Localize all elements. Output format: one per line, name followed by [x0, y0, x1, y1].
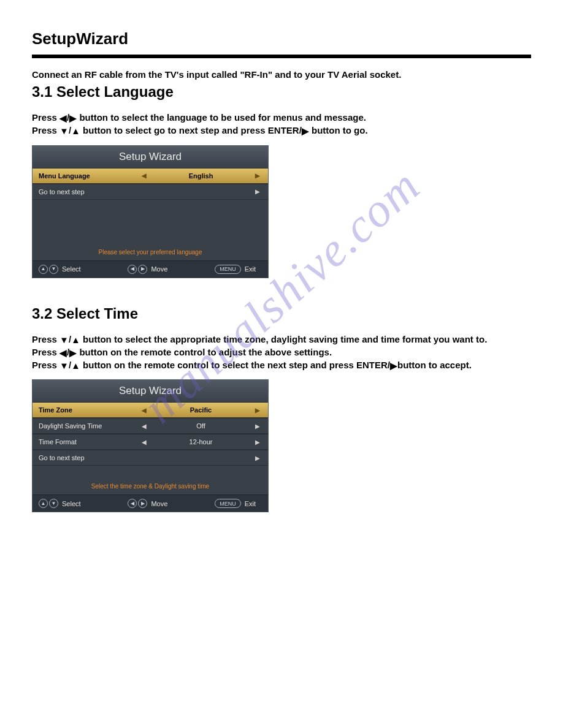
down-icon: ▼ [59, 125, 69, 137]
wizard-body: Time Zone ◀ Pacific ▶ Daylight Saving Ti… [33, 402, 268, 495]
instr-text: button to accept. [397, 360, 472, 370]
intro-text: Connect an RF cable from the TV's input … [32, 69, 531, 80]
footer-move-group: ◀ ▶ Move [128, 265, 174, 274]
footer-label: Move [151, 265, 167, 273]
wizard-body: Menu Language ◀ English ▶ Go to next ste… [33, 168, 268, 260]
title-divider [32, 55, 531, 58]
instr-text: button on the remote control to adjust t… [77, 347, 332, 357]
instr-text: Press [32, 360, 59, 370]
up-circle-icon[interactable]: ▲ [39, 265, 48, 274]
arrow-right-icon[interactable]: ▶ [253, 439, 262, 446]
arrow-left-icon[interactable]: ◀ [140, 439, 148, 446]
row-value: Pacific [148, 406, 253, 414]
row-label: Go to next step [39, 188, 140, 195]
left-icon: ◀ [59, 112, 67, 124]
wizard-row-timeformat[interactable]: Time Format ◀ 12-hour ▶ [33, 434, 268, 450]
right-icon: ▶ [390, 360, 397, 372]
row-label: Daylight Saving Time [39, 422, 140, 430]
spacer [33, 466, 268, 482]
footer-label: Select [62, 265, 81, 273]
up-icon: ▲ [71, 360, 80, 372]
footer-exit-group: MENU Exit [215, 265, 262, 274]
wizard-row-menu-language[interactable]: Menu Language ◀ English ▶ [33, 168, 268, 184]
right-icon: ▶ [69, 347, 77, 359]
wizard-footer: ▲ ▼ Select ◀ ▶ Move MENU Exit [33, 260, 268, 278]
footer-select-group: ▲ ▼ Select [39, 499, 87, 508]
instr-text: Press [32, 112, 59, 123]
row-value: Off [148, 422, 253, 430]
left-circle-icon[interactable]: ◀ [128, 499, 137, 508]
wizard-row-timezone[interactable]: Time Zone ◀ Pacific ▶ [33, 402, 268, 418]
arrow-left-icon[interactable]: ◀ [140, 172, 148, 179]
footer-label: Exit [245, 265, 256, 273]
arrow-left-icon[interactable]: ◀ [140, 407, 148, 414]
down-icon: ▼ [59, 360, 69, 372]
instr-text: Press [32, 334, 59, 344]
footer-label: Move [151, 500, 167, 507]
row-label: Time Zone [39, 406, 140, 414]
up-circle-icon[interactable]: ▲ [39, 499, 48, 508]
wizard-title: Setup Wizard [33, 146, 268, 168]
footer-label: Select [62, 500, 81, 507]
wizard-row-next-step[interactable]: Go to next step ▶ [33, 184, 268, 200]
row-value: 12-hour [148, 438, 253, 446]
instr-text: Press [32, 347, 59, 357]
instr-text: button to select the language to be used… [77, 112, 366, 123]
row-label: Time Format [39, 438, 140, 446]
row-label: Go to next step [39, 454, 140, 461]
menu-button[interactable]: MENU [215, 265, 241, 274]
footer-exit-group: MENU Exit [215, 499, 262, 508]
spacer [33, 200, 268, 248]
instr-text: button to select the appropriate time zo… [80, 334, 487, 344]
instr-text: button to select go to next step and pre… [80, 125, 302, 135]
row-value: English [148, 172, 253, 180]
instr-text: button to go. [309, 125, 368, 135]
down-circle-icon[interactable]: ▼ [49, 265, 58, 274]
wizard-hint: Please select your preferred language [33, 248, 268, 260]
wizard-title: Setup Wizard [33, 380, 268, 402]
right-circle-icon[interactable]: ▶ [138, 265, 147, 274]
wizard-panel-time: Setup Wizard Time Zone ◀ Pacific ▶ Dayli… [32, 379, 269, 512]
wizard-footer: ▲ ▼ Select ◀ ▶ Move MENU Exit [33, 495, 268, 512]
arrow-right-icon[interactable]: ▶ [253, 407, 262, 414]
left-circle-icon[interactable]: ◀ [128, 265, 137, 274]
footer-label: Exit [245, 500, 256, 507]
arrow-right-icon[interactable]: ▶ [253, 172, 262, 179]
instructions-language: Press ◀/▶ button to select the language … [32, 112, 531, 138]
section-heading-time: 3.2 Select Time [32, 305, 531, 322]
down-circle-icon[interactable]: ▼ [49, 499, 58, 508]
right-icon: ▶ [69, 112, 77, 124]
arrow-right-icon[interactable]: ▶ [253, 423, 262, 430]
instr-text: Press [32, 125, 59, 135]
instructions-time: Press ▼/▲ button to select the appropria… [32, 333, 531, 373]
wizard-panel-language: Setup Wizard Menu Language ◀ English ▶ G… [32, 145, 269, 278]
down-icon: ▼ [59, 334, 69, 346]
left-icon: ◀ [59, 347, 67, 359]
right-icon: ▶ [302, 125, 309, 137]
wizard-row-dst[interactable]: Daylight Saving Time ◀ Off ▶ [33, 418, 268, 434]
wizard-row-next-step[interactable]: Go to next step ▶ [33, 450, 268, 466]
section-heading-language: 3.1 Select Language [32, 83, 531, 100]
right-circle-icon[interactable]: ▶ [138, 499, 147, 508]
up-icon: ▲ [71, 125, 80, 137]
arrow-left-icon[interactable]: ◀ [140, 423, 148, 430]
footer-move-group: ◀ ▶ Move [128, 499, 174, 508]
wizard-hint: Select the time zone & Daylight saving t… [33, 482, 268, 495]
arrow-right-icon[interactable]: ▶ [253, 188, 262, 195]
menu-button[interactable]: MENU [215, 499, 241, 508]
up-icon: ▲ [71, 334, 80, 346]
arrow-right-icon[interactable]: ▶ [253, 455, 262, 461]
instr-text: button on the remote control to select t… [80, 360, 390, 370]
page-title: SetupWizard [32, 29, 531, 48]
row-label: Menu Language [39, 172, 140, 180]
footer-select-group: ▲ ▼ Select [39, 265, 87, 274]
